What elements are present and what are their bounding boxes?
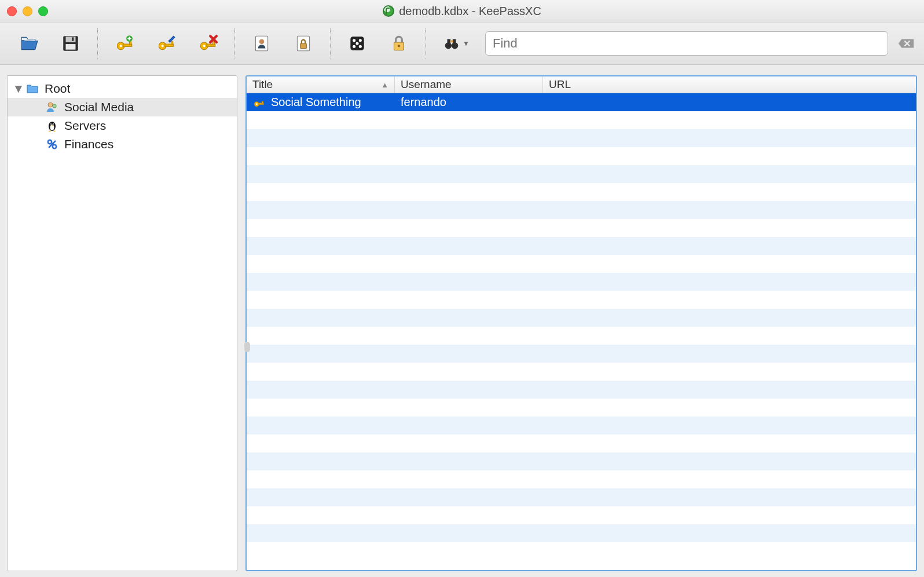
dropdown-arrow-icon: ▼ <box>463 39 470 48</box>
password-generator-button[interactable] <box>336 26 378 61</box>
toolbar-separator <box>426 28 426 59</box>
app-window: demodb.kdbx - KeePassXC <box>0 0 924 577</box>
key-edit-icon <box>156 34 176 53</box>
table-row-empty <box>247 219 916 237</box>
table-row-empty <box>247 165 916 183</box>
copy-user-icon <box>252 34 272 53</box>
svg-rect-20 <box>300 43 307 49</box>
table-row[interactable]: Social Something fernando <box>247 93 916 111</box>
svg-rect-16 <box>213 42 215 45</box>
dice-icon <box>347 34 367 53</box>
svg-point-10 <box>162 45 164 47</box>
search-input[interactable] <box>485 31 888 56</box>
open-database-button[interactable] <box>8 26 50 61</box>
svg-rect-3 <box>66 44 76 50</box>
svg-rect-1 <box>66 36 76 42</box>
table-row-empty <box>247 470 916 488</box>
copy-password-button[interactable] <box>283 26 324 61</box>
table-row-empty <box>247 273 916 291</box>
toolbar-separator <box>330 28 331 59</box>
toolbar-separator <box>234 28 235 59</box>
table-row-empty <box>247 417 916 434</box>
svg-rect-46 <box>262 101 263 104</box>
table-row-empty <box>247 237 916 255</box>
tree-root-label: Root <box>45 82 70 96</box>
folder-icon <box>25 81 40 96</box>
tree-group-label: Finances <box>64 137 113 151</box>
svg-point-18 <box>259 39 265 45</box>
svg-point-24 <box>355 42 358 45</box>
tree-group-social-media[interactable]: Social Media <box>8 98 237 116</box>
table-row-empty <box>247 111 916 129</box>
key-plus-icon <box>115 34 134 53</box>
lock-icon <box>389 34 409 53</box>
app-icon <box>383 5 394 17</box>
window-title-text: demodb.kdbx - KeePassXC <box>399 5 541 18</box>
tree-root-row[interactable]: ▼ Root <box>8 79 237 98</box>
entry-table: Title ▲ Username URL <box>245 75 917 571</box>
table-row-empty <box>247 399 916 417</box>
open-icon <box>19 34 39 53</box>
tree-group-label: Servers <box>64 119 106 133</box>
tree-group-servers[interactable]: Servers <box>8 116 237 135</box>
tux-icon <box>45 118 60 133</box>
svg-point-44 <box>256 103 258 105</box>
table-row-empty <box>247 452 916 470</box>
percent-icon <box>45 137 60 152</box>
delete-entry-button[interactable] <box>187 26 229 61</box>
lock-database-button[interactable] <box>378 26 420 61</box>
svg-rect-2 <box>72 37 74 41</box>
svg-point-38 <box>50 123 52 125</box>
svg-point-39 <box>53 123 54 125</box>
table-row-empty <box>247 542 916 560</box>
binoculars-icon <box>443 34 460 53</box>
svg-point-35 <box>53 104 56 108</box>
new-entry-button[interactable] <box>104 26 145 61</box>
edit-entry-button[interactable] <box>145 26 187 61</box>
column-header-url[interactable]: URL <box>543 76 916 93</box>
entry-title: Social Something <box>271 96 361 109</box>
tree-group-label: Social Media <box>64 100 134 114</box>
svg-point-23 <box>359 39 362 42</box>
search-dropdown-button[interactable]: ▼ <box>432 26 481 61</box>
group-tree[interactable]: ▼ Root Social Media Servers <box>7 75 237 571</box>
table-row-empty <box>247 488 916 506</box>
titlebar: demodb.kdbx - KeePassXC <box>0 0 924 23</box>
table-row-empty <box>247 434 916 452</box>
toolbar-separator <box>97 28 98 59</box>
table-row-empty <box>247 291 916 309</box>
svg-rect-7 <box>130 42 131 45</box>
copy-username-button[interactable] <box>241 26 283 61</box>
svg-point-26 <box>359 45 362 48</box>
column-header-label: Username <box>401 78 452 91</box>
table-header: Title ▲ Username URL <box>247 76 916 93</box>
table-row-empty <box>247 524 916 542</box>
table-row-empty <box>247 183 916 201</box>
svg-rect-33 <box>450 40 453 42</box>
clear-icon <box>897 37 915 50</box>
svg-point-22 <box>353 39 355 42</box>
disclosure-triangle-icon[interactable]: ▼ <box>12 82 25 96</box>
table-row-empty <box>247 345 916 363</box>
sort-ascending-icon: ▲ <box>381 81 388 89</box>
copy-password-icon <box>294 34 313 53</box>
table-body[interactable]: Social Something fernando <box>247 93 916 570</box>
column-header-label: URL <box>549 78 571 91</box>
svg-point-5 <box>120 45 122 47</box>
save-database-button[interactable] <box>50 26 91 61</box>
table-row-empty <box>247 363 916 381</box>
column-header-username[interactable]: Username <box>395 76 543 93</box>
svg-point-41 <box>53 145 56 148</box>
splitter-handle[interactable] <box>244 342 250 352</box>
people-icon <box>45 100 60 115</box>
tree-group-finances[interactable]: Finances <box>8 135 237 154</box>
table-row-empty <box>247 255 916 273</box>
table-row-empty <box>247 381 916 399</box>
table-row-empty <box>247 327 916 345</box>
key-icon <box>252 96 265 109</box>
column-header-label: Title <box>252 78 273 91</box>
search-container <box>485 31 916 56</box>
svg-point-14 <box>203 45 206 47</box>
clear-search-button[interactable] <box>896 34 916 53</box>
column-header-title[interactable]: Title ▲ <box>247 76 395 93</box>
